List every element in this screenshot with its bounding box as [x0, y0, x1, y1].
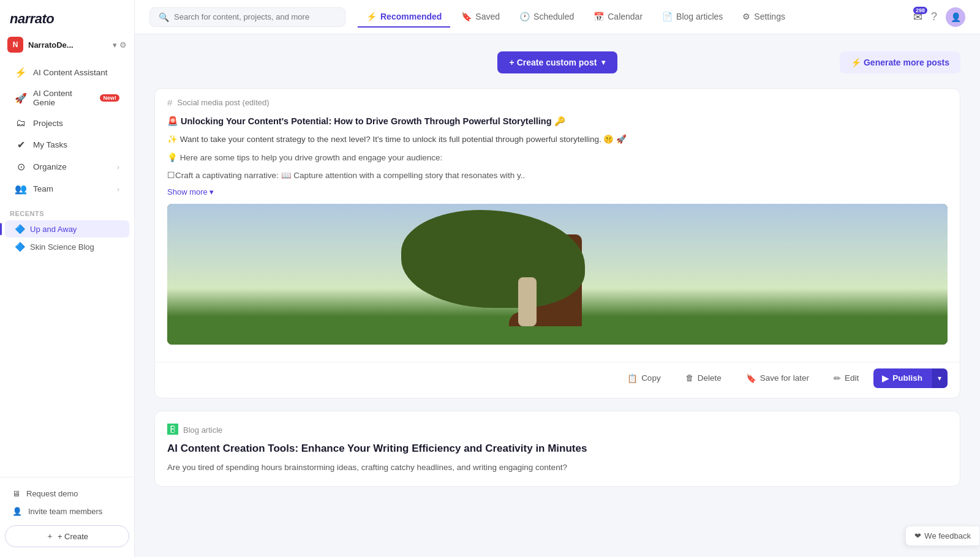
content-toolbar: + Create custom post ▾ ⚡ Generate more p…: [154, 51, 960, 73]
tab-calendar[interactable]: 📅 Calendar: [585, 7, 651, 28]
user-avatar[interactable]: 👤: [946, 7, 965, 27]
show-more-label: Show more ▾: [167, 187, 214, 196]
notification-badge: 298: [913, 7, 927, 14]
content-area: + Create custom post ▾ ⚡ Generate more p…: [135, 34, 980, 557]
publish-button-group: ▶ Publish ▾: [873, 368, 948, 388]
hashtag-icon: #: [167, 97, 172, 108]
tab-blog-articles[interactable]: 📄 Blog articles: [654, 7, 731, 28]
delete-button[interactable]: 🗑 Delete: [676, 368, 731, 387]
trash-icon: 🗑: [685, 373, 694, 383]
chevron-right-icon: ›: [117, 185, 119, 193]
bookmark-icon: 🔖: [461, 12, 472, 21]
save-label: Save for later: [760, 373, 809, 383]
chevron-down-icon[interactable]: ▾: [113, 40, 117, 50]
search-bar[interactable]: 🔍: [149, 7, 345, 27]
sidebar-item-ai-content-assistant[interactable]: ⚡ AI Content Assistant: [5, 62, 129, 83]
recent-item-up-and-away[interactable]: 🔷 Up and Away: [5, 220, 129, 237]
feedback-button[interactable]: ❤ We feedback: [905, 526, 980, 546]
logo-text: narrato: [10, 11, 54, 27]
tasks-icon: ✔: [15, 139, 27, 151]
main-nav: ⚡ AI Content Assistant 🚀 AI Content Geni…: [0, 59, 134, 203]
request-demo-item[interactable]: 🖥 Request demo: [5, 485, 129, 503]
publish-chevron-icon: ▾: [938, 374, 941, 383]
generate-more-posts-button[interactable]: ⚡ Generate more posts: [840, 51, 960, 73]
tab-settings[interactable]: ⚙ Settings: [734, 7, 794, 28]
publish-label: Publish: [892, 373, 922, 383]
calendar-icon: 📅: [594, 12, 604, 21]
nav-label: AI Content Genie: [33, 89, 92, 107]
tab-recommended[interactable]: ⚡ Recommended: [358, 7, 450, 28]
workspace-actions: ▾ ⚙: [113, 40, 127, 50]
nav-label: Projects: [33, 119, 63, 128]
search-input[interactable]: [174, 12, 336, 21]
sidebar-bottom: 🖥 Request demo 👤 Invite team members ＋ +…: [0, 477, 134, 557]
blog-title: AI Content Creation Tools: Enhance Your …: [167, 443, 948, 455]
feedback-label: We feedback: [924, 531, 971, 540]
create-label: + Create: [58, 532, 88, 541]
article-icon: 📄: [662, 12, 673, 21]
header: 🔍 ⚡ Recommended 🔖 Saved 🕐 Scheduled 📅 Ca…: [135, 0, 980, 34]
sidebar-item-my-tasks[interactable]: ✔ My Tasks: [5, 134, 129, 155]
post-paragraph1: ✨ Want to take your content strategy to …: [167, 133, 948, 146]
nav-label: Organize: [33, 162, 67, 171]
edit-button[interactable]: ✏ Edit: [824, 368, 869, 388]
help-icon[interactable]: ?: [931, 10, 937, 23]
blog-article-card: 🅱 Blog article AI Content Creation Tools…: [154, 411, 960, 487]
projects-icon: 🗂: [15, 118, 27, 129]
workspace-name: NarratoDe...: [28, 40, 108, 50]
invite-icon: 👤: [12, 507, 22, 516]
edit-icon: ✏: [834, 373, 841, 383]
show-more-button[interactable]: Show more ▾: [167, 187, 948, 196]
sidebar-item-organize[interactable]: ⊙ Organize ›: [5, 156, 129, 178]
clock-icon: 🕐: [519, 12, 530, 21]
recent-label: Skin Science Blog: [30, 242, 94, 252]
post-paragraph2: 💡 Here are some tips to help you drive g…: [167, 151, 948, 165]
workspace-selector[interactable]: N NarratoDe... ▾ ⚙: [0, 33, 134, 59]
copy-label: Copy: [641, 373, 661, 383]
request-demo-label: Request demo: [26, 489, 78, 498]
bookmark-save-icon: 🔖: [746, 373, 756, 383]
social-post-card: # Social media post (edited) 🚨 Unlocking…: [154, 88, 960, 398]
blog-type-label: Blog article: [183, 425, 222, 435]
publish-play-icon: ▶: [882, 373, 889, 383]
settings-icon: ⚙: [742, 12, 750, 21]
new-badge: New!: [100, 94, 119, 102]
recent-item-skin-science-blog[interactable]: 🔷 Skin Science Blog: [5, 238, 129, 255]
gear-icon[interactable]: ⚙: [119, 40, 127, 50]
tab-label: Settings: [754, 12, 785, 21]
workspace-avatar: N: [7, 37, 23, 53]
invite-team-label: Invite team members: [28, 507, 102, 516]
chevron-right-icon: ›: [117, 163, 119, 171]
publish-button[interactable]: ▶ Publish: [873, 368, 931, 388]
edit-label: Edit: [845, 373, 859, 383]
notification-bell[interactable]: ✉ 298: [913, 10, 922, 24]
logo: narrato: [0, 0, 134, 33]
save-for-later-button[interactable]: 🔖 Save for later: [736, 368, 819, 388]
blog-icon: 🅱: [167, 424, 178, 436]
generate-label: ⚡ Generate more posts: [851, 58, 949, 67]
header-right: ✉ 298 ? 👤: [913, 7, 965, 27]
copy-button[interactable]: 📋 Copy: [617, 368, 671, 388]
publish-dropdown-button[interactable]: ▾: [931, 368, 948, 388]
organize-icon: ⊙: [15, 161, 27, 173]
recent-icon: 🔷: [15, 242, 25, 252]
create-custom-post-button[interactable]: + Create custom post ▾: [497, 51, 618, 73]
rocket-icon: 🚀: [15, 92, 27, 104]
header-tabs: ⚡ Recommended 🔖 Saved 🕐 Scheduled 📅 Cale…: [358, 7, 913, 27]
sidebar-item-team[interactable]: 👥 Team ›: [5, 178, 129, 200]
create-post-label: + Create custom post: [510, 58, 597, 67]
copy-icon: 📋: [627, 373, 638, 383]
recent-icon: 🔷: [15, 224, 25, 234]
sidebar-item-ai-content-genie[interactable]: 🚀 AI Content Genie New!: [5, 84, 129, 112]
create-button[interactable]: ＋ + Create: [5, 525, 129, 547]
nav-label: AI Content Assistant: [33, 68, 108, 77]
invite-team-item[interactable]: 👤 Invite team members: [5, 503, 129, 520]
sidebar-item-projects[interactable]: 🗂 Projects: [5, 113, 129, 133]
tab-scheduled[interactable]: 🕐 Scheduled: [511, 7, 582, 28]
lightning-tab-icon: ⚡: [366, 12, 377, 21]
blog-card-header: 🅱 Blog article: [167, 424, 948, 436]
tab-saved[interactable]: 🔖 Saved: [453, 7, 508, 28]
tab-label: Scheduled: [533, 12, 574, 21]
sidebar: narrato N NarratoDe... ▾ ⚙ ⚡ AI Content …: [0, 0, 135, 557]
tab-label: Saved: [475, 12, 500, 21]
